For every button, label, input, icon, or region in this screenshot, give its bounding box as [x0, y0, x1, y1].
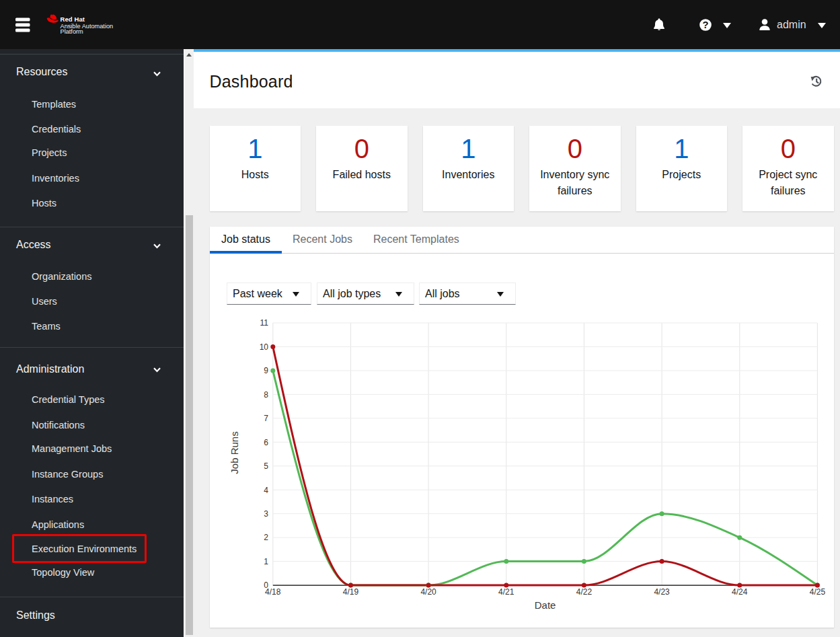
- svg-text:?: ?: [702, 20, 708, 30]
